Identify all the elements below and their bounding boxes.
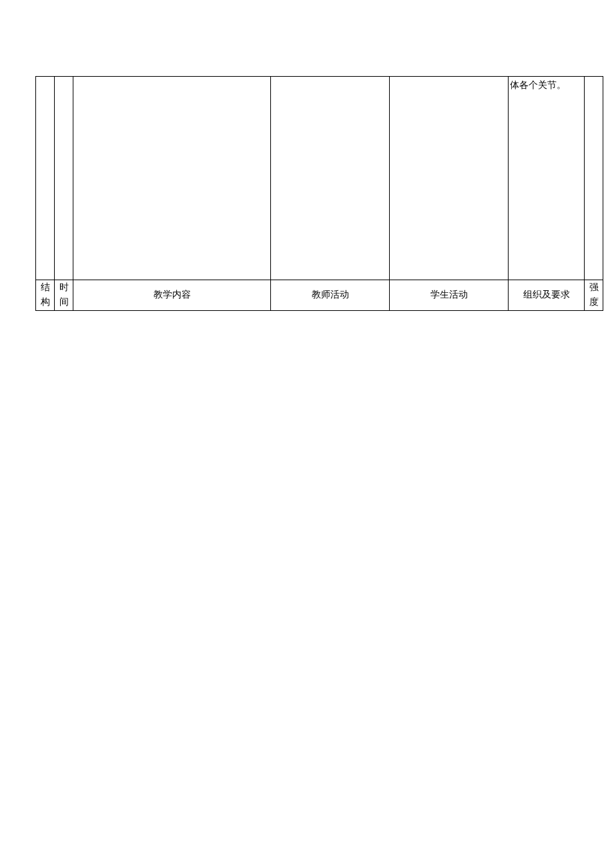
header-teaching-content: 教学内容 (73, 280, 271, 311)
cell-structure-body (36, 77, 55, 280)
lesson-plan-table: 体各个关节。 结 构 时 间 教学内容 教师活动 学生活动 组织及要求 强度 (35, 76, 603, 311)
cell-content-body (73, 77, 271, 280)
header-intensity: 强度 (585, 280, 603, 311)
header-structure-char2: 构 (36, 295, 54, 310)
header-structure: 结 构 (36, 280, 55, 311)
cell-intensity-body (585, 77, 603, 280)
table-body-row: 体各个关节。 (36, 77, 603, 280)
header-teacher-activity: 教师活动 (271, 280, 390, 311)
header-time: 时 间 (55, 280, 73, 311)
cell-org-note: 体各个关节。 (509, 77, 584, 92)
cell-student-body (390, 77, 509, 280)
header-structure-char1: 结 (36, 280, 54, 295)
header-time-char2: 间 (55, 295, 73, 310)
cell-org-body: 体各个关节。 (509, 77, 585, 280)
document-page: 体各个关节。 结 构 时 间 教学内容 教师活动 学生活动 组织及要求 强度 (0, 0, 614, 868)
header-time-char1: 时 (55, 280, 73, 295)
cell-time-body (55, 77, 73, 280)
table-header-row: 结 构 时 间 教学内容 教师活动 学生活动 组织及要求 强度 (36, 280, 603, 311)
header-student-activity: 学生活动 (390, 280, 509, 311)
header-organization: 组织及要求 (509, 280, 585, 311)
cell-teacher-body (271, 77, 390, 280)
